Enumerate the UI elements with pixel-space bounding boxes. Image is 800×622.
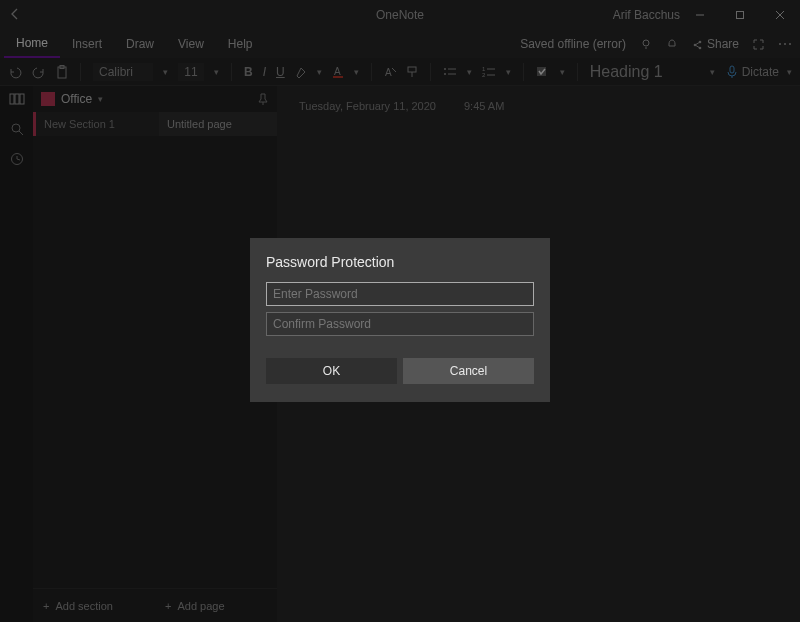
- enter-password-field[interactable]: [266, 282, 534, 306]
- cancel-button[interactable]: Cancel: [403, 358, 534, 384]
- dialog-title: Password Protection: [266, 254, 534, 270]
- ok-button[interactable]: OK: [266, 358, 397, 384]
- password-dialog: Password Protection OK Cancel: [250, 238, 550, 402]
- confirm-password-field[interactable]: [266, 312, 534, 336]
